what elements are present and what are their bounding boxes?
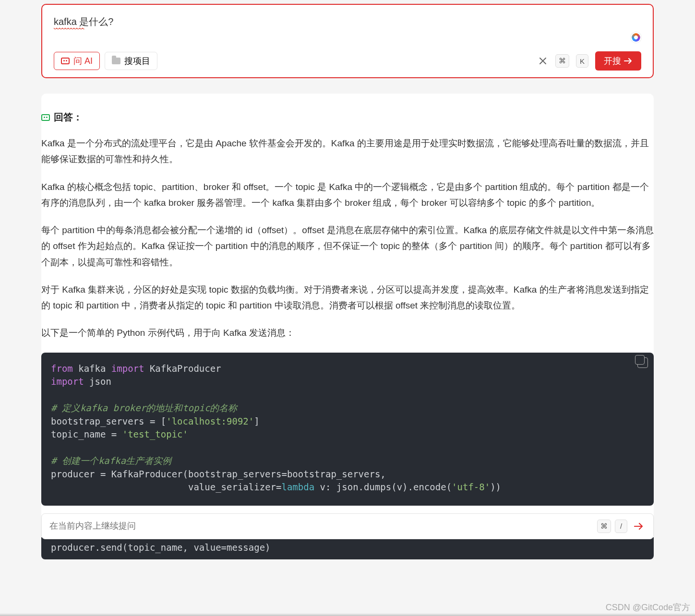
search-mode-group: 问 AI 搜项目 <box>54 52 157 70</box>
shortcut-k-key: K <box>576 54 588 68</box>
answer-paragraph: Kafka 的核心概念包括 topic、partition、broker 和 o… <box>41 179 654 211</box>
robot-icon <box>41 114 50 121</box>
search-project-label: 搜项目 <box>124 55 150 67</box>
watermark: CSDN @GitCode官方 <box>606 602 690 613</box>
search-submit-label: 开搜 <box>604 55 621 67</box>
search-input[interactable] <box>54 15 641 29</box>
search-card: 问 AI 搜项目 ⌘ K 开搜 <box>41 4 654 78</box>
arrow-right-icon <box>624 58 633 64</box>
shortcut-cmd-key: ⌘ <box>597 520 611 533</box>
copy-code-button[interactable] <box>637 357 648 368</box>
answer-paragraph: 每个 partition 中的每条消息都会被分配一个递增的 id（offset）… <box>41 222 654 270</box>
search-project-button[interactable]: 搜项目 <box>105 52 157 70</box>
followup-bar: ⌘ / <box>41 513 654 539</box>
folder-icon <box>112 58 120 64</box>
followup-input[interactable] <box>49 521 593 531</box>
code-content: from kafka import KafkaProducer import j… <box>51 362 644 494</box>
code-block: from kafka import KafkaProducer import j… <box>41 353 654 506</box>
search-submit-button[interactable]: 开搜 <box>595 51 641 71</box>
shortcut-slash-key: / <box>615 520 627 533</box>
answer-title: 回答： <box>41 111 654 124</box>
ask-ai-button[interactable]: 问 AI <box>54 52 100 70</box>
answer-title-text: 回答： <box>54 111 83 124</box>
spellcheck-underline <box>54 28 84 29</box>
answer-paragraph: 对于 Kafka 集群来说，分区的好处是实现 topic 数据的负载均衡。对于消… <box>41 282 654 314</box>
code-overflow: producer.send(topic_name, value=message) <box>41 537 654 559</box>
clear-button[interactable] <box>537 55 549 67</box>
answer-paragraph: Kafka 是一个分布式的流处理平台，它是由 Apache 软件基金会开发的。K… <box>41 135 654 167</box>
answer-paragraph: 以下是一个简单的 Python 示例代码，用于向 Kafka 发送消息： <box>41 325 654 341</box>
answer-section: 回答： Kafka 是一个分布式的流处理平台，它是由 Apache 软件基金会开… <box>41 111 654 559</box>
ai-avatar-icon <box>631 32 641 43</box>
robot-icon <box>61 58 70 64</box>
followup-send-button[interactable] <box>632 520 646 533</box>
ask-ai-label: 问 AI <box>73 55 93 67</box>
shortcut-cmd-key: ⌘ <box>555 54 569 68</box>
bottom-shadow <box>0 613 695 616</box>
